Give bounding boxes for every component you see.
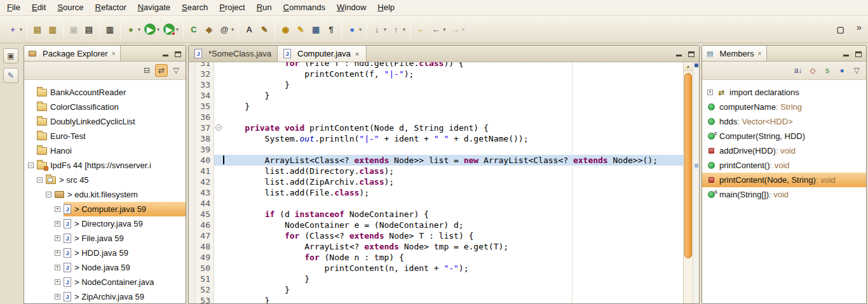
code-line[interactable]: 48 ArrayList<? extends Node> tmp = e.get…: [195, 241, 683, 252]
external-tools-button[interactable]: ▶▾: [162, 22, 180, 37]
close-icon[interactable]: ×: [111, 50, 116, 57]
expander-icon[interactable]: +: [53, 234, 62, 242]
menu-refactor[interactable]: Refactor: [90, 0, 132, 15]
code-line[interactable]: 46 NodeContainer e = (NodeContainer) d;: [195, 220, 683, 230]
expander-icon[interactable]: +: [53, 249, 62, 257]
member-item[interactable]: cComputer(String, HDD): [702, 129, 866, 143]
code-line[interactable]: 37− private void printContent(Node d, St…: [195, 122, 683, 133]
vertical-scrollbar[interactable]: ▲: [683, 62, 693, 303]
member-item[interactable]: printContent(Node, String) : void: [702, 173, 866, 187]
search-button[interactable]: ◉: [278, 22, 292, 37]
sort-button[interactable]: a↓: [792, 64, 804, 77]
member-item[interactable]: +⇄import declarations: [702, 85, 866, 100]
menu-file[interactable]: File: [1, 0, 26, 15]
expander-icon[interactable]: −: [27, 161, 35, 169]
annotation-ruler[interactable]: [189, 62, 195, 303]
expander-icon[interactable]: −: [44, 190, 53, 199]
code-line[interactable]: 43 list.add(File.class);: [195, 187, 683, 198]
code-line[interactable]: 36: [195, 112, 683, 122]
menu-run[interactable]: Run: [251, 0, 278, 15]
back-button[interactable]: ←▾: [429, 22, 447, 37]
tree-item[interactable]: +J> Directory.java 59: [24, 216, 186, 231]
menu-window[interactable]: Window: [331, 0, 372, 15]
dropdown-arrow-icon[interactable]: ▾: [403, 27, 405, 32]
hide-static-button[interactable]: s: [821, 64, 834, 77]
scrollbar-thumb[interactable]: [684, 73, 692, 258]
menu-edit[interactable]: Edit: [26, 0, 51, 15]
code-line[interactable]: 53 }: [195, 295, 683, 303]
tab-package-explorer[interactable]: Package Explorer ×: [24, 46, 121, 61]
dropdown-arrow-icon[interactable]: ▾: [20, 27, 22, 32]
code-line[interactable]: 49 for (Node n : tmp) {: [195, 252, 683, 263]
new-wizard-button[interactable]: +▾: [6, 22, 24, 37]
tree-item[interactable]: +J> Node.java 59: [24, 260, 186, 275]
open-view-button[interactable]: ✎: [3, 68, 18, 83]
maximize-button[interactable]: [854, 50, 862, 58]
task-repositories-button[interactable]: ▥: [46, 22, 60, 37]
code-line[interactable]: 47 for (Class<? extends Node> T : list) …: [195, 230, 683, 241]
expander-icon[interactable]: −: [36, 176, 44, 184]
hide-fields-button[interactable]: ◇: [806, 64, 819, 77]
dropdown-arrow-icon[interactable]: ▾: [176, 27, 179, 32]
tree-item[interactable]: +J> NodeContainer.java: [24, 275, 186, 289]
minimize-button[interactable]: [842, 50, 850, 58]
menu-search[interactable]: Search: [176, 0, 214, 15]
dropdown-arrow-icon[interactable]: ▾: [359, 27, 362, 32]
fold-marker-icon[interactable]: −: [215, 124, 222, 131]
menu-project[interactable]: Project: [214, 0, 250, 15]
new-java-class-button[interactable]: C: [187, 22, 201, 37]
restore-view-button[interactable]: ▣: [3, 48, 18, 63]
view-menu-button[interactable]: ▽: [850, 64, 863, 77]
fast-view-button[interactable]: ▢: [834, 22, 848, 37]
tree-item[interactable]: BankAccountReader: [24, 85, 186, 100]
dropdown-arrow-icon[interactable]: ▾: [231, 27, 234, 32]
code-line[interactable]: 32 printContent(f, "|-");: [195, 69, 683, 79]
member-item[interactable]: smain(String[]) : void: [702, 187, 866, 202]
last-edit-location-button[interactable]: ←: [414, 22, 428, 37]
toolbar-overflow-chevron[interactable]: »: [854, 22, 864, 32]
tree-item[interactable]: +J> ZipArchiv.java 59: [24, 289, 186, 303]
expander-icon[interactable]: +: [53, 263, 62, 272]
run-button[interactable]: ▶▾: [143, 22, 161, 37]
code-line[interactable]: 50 printContent(n, ident + "-");: [195, 263, 683, 274]
tree-item[interactable]: −IpdFs 44 [https://svnserver.i: [24, 158, 186, 173]
code-line[interactable]: 34 }: [195, 90, 683, 101]
show-whitespace-button[interactable]: ▦: [309, 22, 323, 37]
menu-source[interactable]: Source: [51, 0, 89, 15]
expander-icon[interactable]: +: [53, 278, 62, 286]
code-line[interactable]: 42 list.add(ZipArchiv.class);: [195, 176, 683, 187]
dropdown-arrow-icon[interactable]: ▾: [138, 27, 140, 32]
code-line[interactable]: 41 list.add(Directory.class);: [195, 166, 683, 176]
dropdown-arrow-icon[interactable]: ▾: [157, 27, 159, 32]
new-java-package-button[interactable]: ◆: [202, 22, 216, 37]
tree-item[interactable]: +J> File.java 59: [24, 231, 186, 246]
code-line[interactable]: 35 }: [195, 101, 683, 112]
previous-annotation-button[interactable]: ↑▾: [389, 22, 407, 37]
tree-item[interactable]: Euro-Test: [24, 129, 186, 143]
code-line[interactable]: 40 ArrayList<Class<? extends Node>> list…: [195, 155, 683, 166]
close-icon[interactable]: ×: [757, 50, 763, 57]
maximize-button[interactable]: [173, 50, 182, 58]
code-line[interactable]: 33 }: [195, 79, 683, 90]
member-item[interactable]: addDrive(HDD) : void: [702, 143, 866, 158]
code-line[interactable]: 38 System.out.println("|-" + ident + " "…: [195, 133, 683, 144]
expander-icon[interactable]: +: [53, 293, 62, 301]
mark-occurrences-button[interactable]: ✎: [294, 22, 308, 37]
code-line[interactable]: 31 for (File f : hdd.get(File.class)) {: [195, 62, 683, 69]
scroll-up-button[interactable]: ▲: [684, 62, 693, 71]
tree-item[interactable]: −> edu.kit.filesystem: [24, 187, 186, 202]
maximize-button[interactable]: [687, 50, 695, 58]
member-item[interactable]: computerName : String: [702, 100, 866, 114]
tab-members[interactable]: ▤ Members ×: [702, 46, 767, 61]
javadoc-button[interactable]: ✎: [257, 22, 271, 37]
dropdown-arrow-icon[interactable]: ▾: [443, 27, 445, 32]
overview-mark[interactable]: [695, 63, 698, 67]
hide-non-public-button[interactable]: ●: [836, 64, 848, 77]
open-perspective-button[interactable]: ▥: [103, 22, 117, 37]
code-line[interactable]: 44: [195, 198, 683, 209]
tree-item[interactable]: Hanoi: [24, 143, 186, 158]
forward-button[interactable]: →▾: [448, 22, 466, 37]
coverage-button[interactable]: @▾: [217, 22, 235, 37]
ant-build-button[interactable]: A: [242, 22, 256, 37]
menu-navigate[interactable]: Navigate: [132, 0, 176, 15]
